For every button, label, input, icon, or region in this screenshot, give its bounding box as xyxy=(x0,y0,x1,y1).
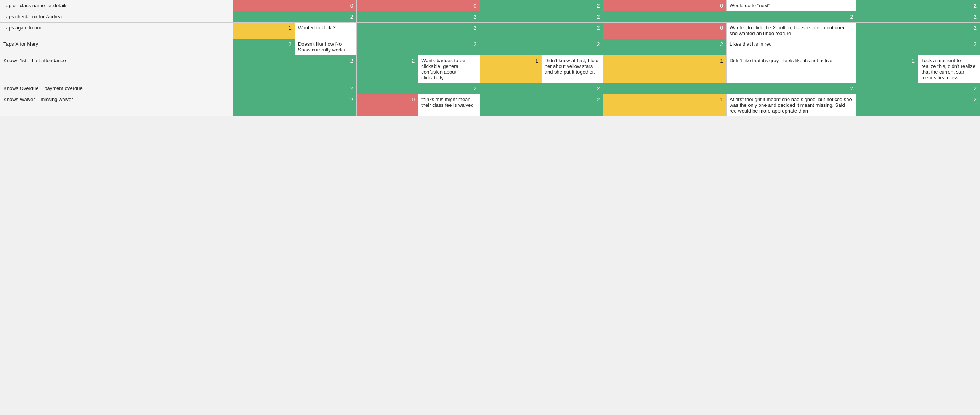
table-row: Knows 1st = first attendance22Wants badg… xyxy=(0,55,980,83)
note-cell: Wanted to click X xyxy=(295,23,356,39)
score-cell: 2 xyxy=(856,11,980,23)
score-cell: 2 xyxy=(856,55,918,83)
table-row: Knows Waiver = missing waiver20thinks th… xyxy=(0,94,980,116)
note-cell: Wants badges to be clickable, general co… xyxy=(418,55,480,83)
score-cell: 1 xyxy=(603,94,726,116)
score-cell: 2 xyxy=(856,94,980,116)
row-label: Knows Overdue = payment overdue xyxy=(0,83,233,94)
score-cell: 2 xyxy=(233,83,356,94)
table-row: Knows Overdue = payment overdue22222 xyxy=(0,83,980,94)
score-cell: 2 xyxy=(233,11,356,23)
score-cell: 0 xyxy=(233,0,356,11)
score-cell: 2 xyxy=(233,94,356,116)
score-cell: 2 xyxy=(356,23,480,39)
score-cell: 2 xyxy=(603,11,856,23)
row-label: Taps check box for Andrea xyxy=(0,11,233,23)
score-cell: 2 xyxy=(480,11,603,23)
row-label: Knows Waiver = missing waiver xyxy=(0,94,233,116)
table-row: Taps check box for Andrea22222 xyxy=(0,11,980,23)
score-cell: 2 xyxy=(603,39,726,55)
row-label: Taps X for Mary xyxy=(0,39,233,55)
table-row: Tap on class name for details0020Would g… xyxy=(0,0,980,11)
score-cell: 2 xyxy=(233,39,295,55)
score-cell: 1 xyxy=(603,55,726,83)
score-cell: 2 xyxy=(480,94,603,116)
score-cell: 2 xyxy=(480,83,603,94)
score-cell: 2 xyxy=(356,83,480,94)
score-cell: 2 xyxy=(356,55,418,83)
score-cell: 0 xyxy=(356,94,418,116)
score-cell: 0 xyxy=(603,0,726,11)
score-cell: 2 xyxy=(480,0,603,11)
note-cell: Would go to "next" xyxy=(726,0,856,11)
score-cell: 2 xyxy=(480,23,603,39)
main-table-container: Tap on class name for details0020Would g… xyxy=(0,0,980,116)
row-label: Taps again to undo xyxy=(0,23,233,39)
note-cell: thinks this might mean their class fee i… xyxy=(418,94,480,116)
row-label: Tap on class name for details xyxy=(0,0,233,11)
note-cell: Didn't like that it's gray - feels like … xyxy=(726,55,856,83)
score-cell: 2 xyxy=(480,39,603,55)
score-cell: 2 xyxy=(856,39,980,55)
score-cell: 2 xyxy=(856,83,980,94)
score-cell: 2 xyxy=(356,11,480,23)
score-cell: 2 xyxy=(356,39,480,55)
score-cell: 1 xyxy=(233,23,295,39)
note-cell: Doesn't like how No Show currently works xyxy=(295,39,356,55)
score-cell: 1 xyxy=(480,55,541,83)
note-cell: Wanted to click the X button, but she la… xyxy=(726,23,856,39)
score-cell: 2 xyxy=(856,0,980,11)
table-row: Taps again to undo1Wanted to click X220W… xyxy=(0,23,980,39)
score-cell: 2 xyxy=(233,55,356,83)
score-cell: 0 xyxy=(356,0,480,11)
score-cell: 2 xyxy=(603,83,856,94)
note-cell: Likes that it's in red xyxy=(726,39,856,55)
score-cell: 2 xyxy=(856,23,980,39)
table-row: Taps X for Mary2Doesn't like how No Show… xyxy=(0,39,980,55)
row-label: Knows 1st = first attendance xyxy=(0,55,233,83)
note-cell: Took a moment to realize this, didn't re… xyxy=(918,55,980,83)
note-cell: At first thought it meant she had signed… xyxy=(726,94,856,116)
score-cell: 0 xyxy=(603,23,726,39)
data-table: Tap on class name for details0020Would g… xyxy=(0,0,980,116)
note-cell: Didn't know at first, I told her about y… xyxy=(541,55,603,83)
